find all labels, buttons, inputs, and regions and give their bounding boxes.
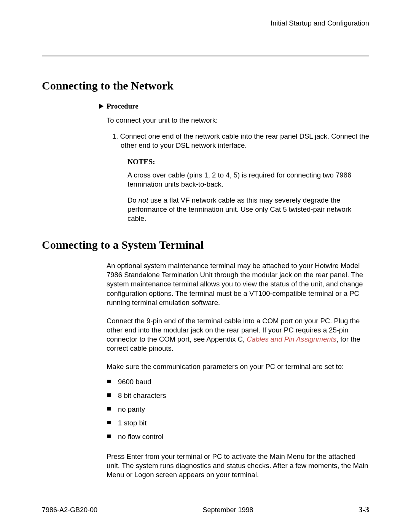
footer-doc-id: 7986-A2-GB20-00	[42, 506, 97, 514]
page: Initial Startup and Configuration Connec…	[0, 0, 411, 532]
terminal-p4: Press Enter from your terminal or PC to …	[107, 452, 369, 479]
section-heading-network: Connecting to the Network	[42, 79, 369, 92]
running-header: Initial Startup and Configuration	[42, 19, 369, 33]
step-number: 1.	[112, 132, 118, 140]
terminal-p1: An optional system maintenance terminal …	[107, 261, 369, 307]
step-text: Connect one end of the network cable int…	[120, 132, 369, 149]
note2-emph: not	[139, 196, 148, 204]
appendix-link[interactable]: Cables and Pin Assignments	[247, 335, 336, 343]
footer-page-number: 3-3	[358, 505, 369, 514]
note-1: A cross over cable (pins 1, 2 to 4, 5) i…	[127, 171, 369, 189]
list-item: 9600 baud	[107, 377, 369, 387]
procedure-label: Procedure	[107, 102, 139, 110]
section-heading-terminal: Connecting to a System Terminal	[42, 238, 369, 251]
list-item: no parity	[107, 405, 369, 414]
list-item: no flow control	[107, 432, 369, 441]
note2-post: use a flat VF network cable as this may …	[127, 196, 351, 222]
footer-date: September 1998	[203, 506, 253, 514]
comm-params-list: 9600 baud 8 bit characters no parity 1 s…	[107, 377, 369, 441]
note-2: Do not use a flat VF network cable as th…	[127, 196, 369, 223]
terminal-p3: Make sure the communication parameters o…	[107, 362, 369, 371]
list-item: 8 bit characters	[107, 391, 369, 400]
notes-heading: NOTES:	[127, 158, 369, 166]
intro-text: To connect your unit to the network:	[107, 116, 369, 125]
page-footer: 7986-A2-GB20-00 September 1998 3-3	[42, 505, 369, 514]
notes-block: NOTES: A cross over cable (pins 1, 2 to …	[127, 158, 369, 223]
procedure-label-row: Procedure	[99, 102, 369, 110]
note2-pre: Do	[127, 196, 139, 204]
step-1: 1. Connect one end of the network cable …	[112, 132, 369, 150]
terminal-p2: Connect the 9-pin end of the terminal ca…	[107, 316, 369, 353]
triangle-right-icon	[99, 104, 104, 109]
list-item: 1 stop bit	[107, 419, 369, 428]
